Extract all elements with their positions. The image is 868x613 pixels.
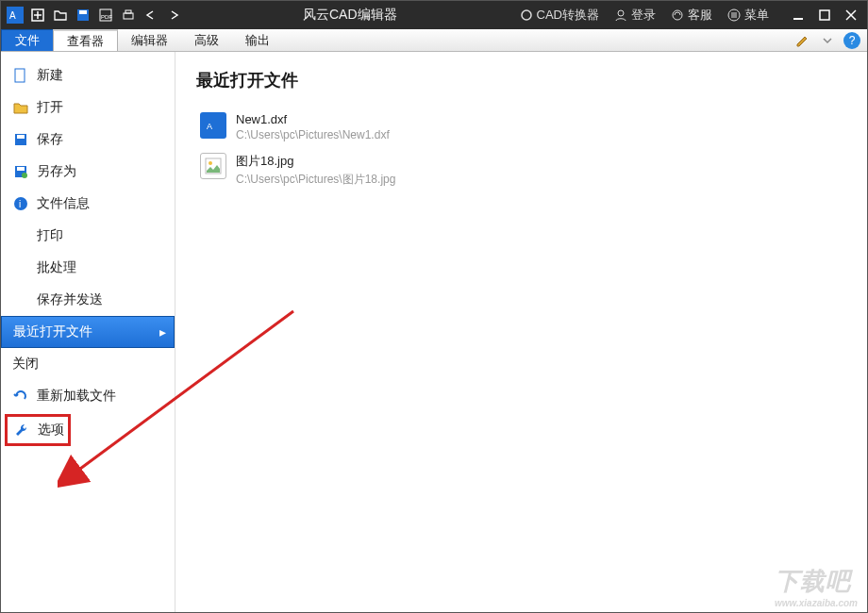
print-icon[interactable] (118, 5, 139, 25)
file-path: C:\Users\pc\Pictures\图片18.jpg (236, 172, 395, 188)
filemenu-print[interactable]: 打印 (1, 220, 175, 252)
menu-button[interactable]: 菜单 (724, 7, 773, 24)
watermark: 下载吧 www.xiazaiba.com (775, 565, 858, 608)
converter-label: CAD转换器 (537, 7, 599, 24)
recent-heading: 最近打开文件 (196, 69, 846, 91)
filemenu-open[interactable]: 打开 (1, 91, 175, 124)
help-icon[interactable]: ? (843, 31, 861, 50)
wrench-icon (13, 422, 30, 439)
svg-rect-22 (15, 69, 25, 82)
reload-icon (12, 388, 29, 405)
svg-rect-24 (17, 135, 25, 139)
recent-file-item[interactable]: A New1.dxf C:\Users\pc\Pictures\New1.dxf (196, 107, 846, 147)
menubar-right-icons: ? (793, 29, 867, 51)
svg-rect-6 (79, 10, 87, 14)
file-menu-panel: 新建 打开 保存 另存为 i 文件信息 打印 批处理 保存并发送 (1, 52, 175, 612)
svg-rect-9 (124, 13, 133, 19)
watermark-main: 下载吧 (775, 567, 851, 595)
window-controls (788, 5, 861, 25)
svg-rect-10 (125, 10, 131, 13)
file-meta: 图片18.jpg C:\Users\pc\Pictures\图片18.jpg (236, 153, 395, 188)
maximize-button[interactable] (814, 5, 835, 25)
filemenu-save[interactable]: 保存 (1, 124, 175, 156)
save-disk-icon (12, 131, 29, 148)
batch-icon (12, 259, 29, 276)
tab-advanced[interactable]: 高级 (181, 29, 232, 51)
filemenu-close[interactable]: 关闭 (1, 348, 175, 380)
save-as-icon (12, 163, 29, 180)
send-icon (12, 291, 29, 308)
new-file-icon[interactable] (27, 5, 48, 25)
svg-text:A: A (207, 122, 212, 131)
filemenu-save-send[interactable]: 保存并发送 (1, 284, 175, 316)
pdf-export-icon[interactable]: PDF (95, 5, 116, 25)
filemenu-batch-label: 批处理 (37, 259, 76, 276)
filemenu-save-as-label: 另存为 (37, 163, 76, 180)
filemenu-save-label: 保存 (37, 131, 63, 148)
save-icon[interactable] (73, 5, 93, 25)
print-icon (12, 227, 29, 244)
undo-icon[interactable] (141, 5, 161, 25)
support-button[interactable]: 客服 (667, 7, 716, 24)
svg-text:i: i (19, 199, 21, 209)
new-doc-icon (12, 67, 29, 84)
filemenu-close-label: 关闭 (12, 356, 39, 373)
svg-point-11 (522, 10, 531, 20)
svg-text:PDF: PDF (101, 14, 112, 20)
filemenu-recent-label: 最近打开文件 (13, 323, 92, 340)
tab-output[interactable]: 输出 (232, 29, 283, 51)
filemenu-reload-label: 重新加载文件 (37, 388, 116, 405)
filemenu-new-label: 新建 (37, 67, 63, 84)
support-label: 客服 (688, 7, 712, 24)
app-title: 风云CAD编辑器 (303, 7, 397, 24)
info-icon: i (12, 195, 29, 212)
svg-rect-26 (17, 167, 25, 171)
chevron-right-icon: ▸ (159, 324, 166, 340)
filemenu-open-label: 打开 (37, 99, 63, 116)
menu-bar: 文件 查看器 编辑器 高级 输出 ? (1, 29, 867, 52)
quick-access-toolbar: A PDF (1, 5, 184, 25)
filemenu-reload[interactable]: 重新加载文件 (1, 380, 175, 412)
filemenu-save-as[interactable]: 另存为 (1, 156, 175, 188)
dxf-file-icon: A (200, 112, 226, 139)
svg-point-27 (22, 173, 27, 178)
content-area: 新建 打开 保存 另存为 i 文件信息 打印 批处理 保存并发送 (1, 52, 867, 612)
svg-point-12 (618, 10, 624, 16)
tab-viewer[interactable]: 查看器 (53, 29, 118, 51)
minimize-button[interactable] (788, 5, 809, 25)
open-folder-icon (12, 99, 29, 116)
collapse-ribbon-icon[interactable] (818, 31, 837, 50)
svg-point-33 (209, 161, 212, 165)
image-file-icon (200, 153, 226, 179)
filemenu-save-send-label: 保存并发送 (37, 291, 103, 308)
svg-text:A: A (9, 10, 16, 21)
filemenu-recent[interactable]: 最近打开文件 ▸ (1, 316, 175, 348)
filemenu-new[interactable]: 新建 (1, 59, 175, 91)
close-button[interactable] (841, 5, 861, 25)
file-meta: New1.dxf C:\Users\pc\Pictures\New1.dxf (236, 112, 390, 141)
filemenu-batch[interactable]: 批处理 (1, 252, 175, 284)
app-logo-icon[interactable]: A (5, 5, 25, 25)
title-bar: A PDF 风云CAD编辑器 CAD转换器 登录 客服 菜单 (1, 1, 867, 29)
login-button[interactable]: 登录 (610, 7, 659, 24)
filemenu-options[interactable]: 选项 (5, 414, 71, 446)
titlebar-right: CAD转换器 登录 客服 菜单 (516, 5, 861, 25)
tab-editor[interactable]: 编辑器 (118, 29, 181, 51)
converter-button[interactable]: CAD转换器 (516, 7, 603, 24)
open-folder-icon[interactable] (50, 5, 71, 25)
filemenu-print-label: 打印 (37, 227, 63, 244)
filemenu-file-info-label: 文件信息 (37, 195, 90, 212)
filemenu-file-info[interactable]: i 文件信息 (1, 188, 175, 220)
tab-file[interactable]: 文件 (1, 29, 54, 51)
filemenu-options-label: 选项 (38, 422, 64, 439)
recent-files-panel: 最近打开文件 A New1.dxf C:\Users\pc\Pictures\N… (175, 52, 867, 612)
edit-ribbon-icon[interactable] (793, 31, 812, 50)
svg-rect-19 (820, 10, 829, 20)
file-path: C:\Users\pc\Pictures\New1.dxf (236, 128, 390, 141)
redo-icon[interactable] (163, 5, 184, 25)
file-name: 图片18.jpg (236, 153, 395, 170)
login-label: 登录 (631, 7, 656, 24)
watermark-sub: www.xiazaiba.com (775, 598, 858, 608)
menu-label: 菜单 (744, 7, 769, 24)
recent-file-item[interactable]: 图片18.jpg C:\Users\pc\Pictures\图片18.jpg (196, 147, 846, 193)
